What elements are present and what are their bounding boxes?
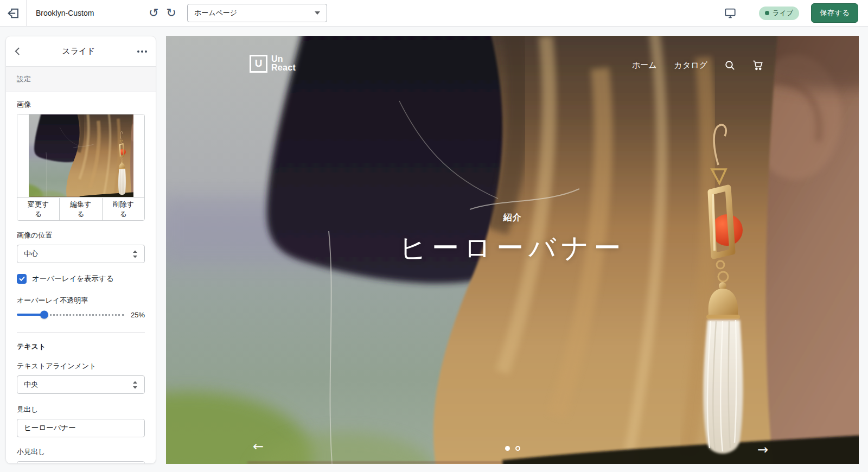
- image-position-select[interactable]: 中心: [17, 245, 145, 263]
- nav-catalog-link[interactable]: カタログ: [674, 60, 707, 71]
- overlay-opacity-value: 25%: [124, 311, 145, 319]
- save-button[interactable]: 保存する: [811, 3, 858, 23]
- logo-mark: U: [250, 55, 267, 73]
- overlay-opacity-slider[interactable]: 25%: [17, 310, 145, 319]
- slider-remaining-track: [46, 314, 125, 316]
- image-picker-widget: 変更する 編集する 削除する: [17, 114, 145, 221]
- redo-button[interactable]: ↻: [166, 7, 176, 19]
- theme-preview: U Un React ホーム カタログ 紹介: [166, 36, 859, 464]
- live-dot-icon: [765, 11, 769, 15]
- live-status-badge: ライブ: [759, 7, 799, 20]
- section-divider: [17, 332, 145, 333]
- chevron-down-icon: [315, 11, 320, 15]
- dot-icon: [141, 50, 143, 53]
- image-position-label: 画像の位置: [17, 231, 145, 240]
- edit-image-button[interactable]: 編集する: [59, 198, 101, 220]
- image-thumbnail: [17, 114, 144, 197]
- previous-slide-button[interactable]: ←: [253, 439, 264, 454]
- delete-image-button[interactable]: 削除する: [102, 198, 144, 220]
- change-image-button[interactable]: 変更する: [17, 198, 59, 220]
- slider-thumb[interactable]: [40, 311, 48, 319]
- hero-text-block: 紹介 ヒーローバナー: [166, 212, 859, 266]
- chevron-left-icon: [15, 47, 20, 55]
- store-header: U Un React ホーム カタログ: [166, 36, 859, 85]
- hero-heading: ヒーローバナー: [166, 230, 859, 266]
- text-alignment-select[interactable]: 中央: [17, 375, 145, 394]
- updown-caret-icon: [132, 250, 138, 258]
- exit-icon: [7, 7, 20, 20]
- checkbox-checked-icon[interactable]: [17, 274, 27, 284]
- live-badge-label: ライブ: [773, 9, 793, 18]
- topbar: Brooklyn-Custom ↺ ↻ ホームページ ライブ 保存する: [0, 0, 868, 27]
- heading-input[interactable]: [17, 419, 145, 437]
- thumbnail-image: [29, 114, 133, 197]
- panel-header: スライド: [6, 36, 156, 67]
- subheading-input[interactable]: [17, 461, 145, 463]
- show-overlay-checkbox-row[interactable]: オーバーレイを表示する: [17, 274, 145, 284]
- back-button[interactable]: [15, 47, 20, 55]
- subheading-field-label: 小見出し: [17, 447, 145, 457]
- show-overlay-label: オーバーレイを表示する: [32, 274, 114, 284]
- slide-dots: [505, 446, 520, 451]
- overlay-opacity-label: オーバーレイ不透明率: [17, 296, 145, 305]
- heading-field-label: 見出し: [17, 405, 145, 414]
- next-slide-button[interactable]: →: [757, 442, 768, 457]
- nav-home-link[interactable]: ホーム: [632, 60, 657, 71]
- cart-icon: [752, 60, 764, 71]
- image-label: 画像: [17, 100, 145, 110]
- slider-track[interactable]: [17, 310, 124, 319]
- overlay-opacity-fill: [17, 314, 44, 316]
- slide-dot-2[interactable]: [515, 446, 520, 451]
- monitor-icon: [724, 7, 736, 19]
- slide-settings-panel: スライド 設定 画像 変更する 編集する 削除する 画像の位置 中心: [5, 36, 156, 464]
- text-alignment-label: テキストアラインメント: [17, 361, 145, 371]
- page-selector-value: ホームページ: [194, 8, 237, 18]
- cart-button[interactable]: [752, 60, 764, 71]
- slide-dot-1[interactable]: [505, 446, 510, 451]
- page-selector-dropdown[interactable]: ホームページ: [187, 4, 327, 22]
- theme-name: Brooklyn-Custom: [36, 9, 116, 17]
- more-options-button[interactable]: [137, 50, 147, 53]
- logo-text: Un React: [271, 55, 296, 73]
- image-position-value: 中心: [24, 249, 38, 259]
- undo-button[interactable]: ↺: [149, 7, 158, 19]
- dot-icon: [137, 50, 139, 53]
- text-section-title: テキスト: [17, 342, 145, 352]
- search-icon: [725, 60, 735, 71]
- search-button[interactable]: [725, 60, 735, 71]
- dot-icon: [145, 50, 147, 53]
- store-nav: ホーム カタログ: [632, 60, 764, 71]
- exit-editor-button[interactable]: [0, 0, 27, 26]
- updown-caret-icon: [132, 381, 138, 389]
- desktop-view-button[interactable]: [724, 7, 736, 19]
- text-alignment-value: 中央: [24, 380, 38, 390]
- panel-title: スライド: [20, 46, 137, 56]
- hero-subheading: 紹介: [166, 212, 859, 224]
- settings-section-label: 設定: [6, 67, 156, 92]
- store-logo[interactable]: U Un React: [250, 55, 296, 73]
